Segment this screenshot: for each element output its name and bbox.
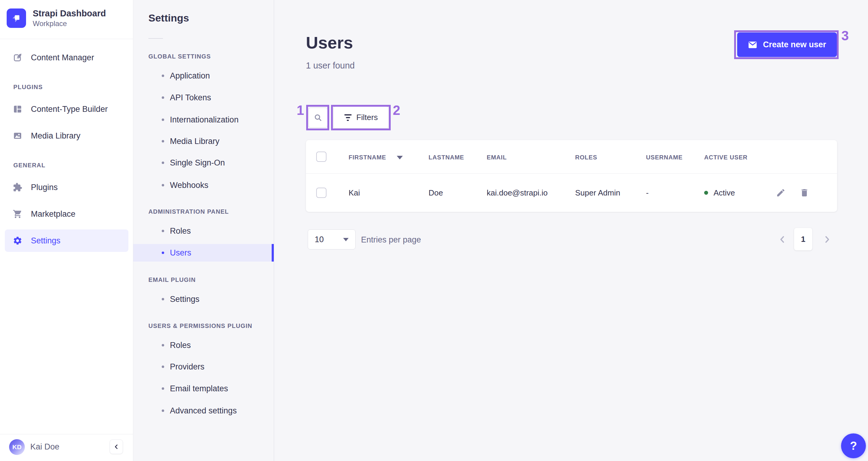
page-subtitle: 1 user found [306,61,355,70]
subnav-item-single-sign-on[interactable]: Single Sign-On [133,154,274,172]
bullet-icon [162,344,164,346]
column-header-roles[interactable]: ROLES [575,154,597,161]
help-button[interactable]: ? [841,433,866,458]
edit-user-button[interactable] [776,188,786,198]
sidebar-item-label: Settings [31,236,61,246]
column-header-lastname[interactable]: LASTNAME [429,154,464,161]
subnav-item-internationalization[interactable]: Internationalization [133,111,274,128]
sidebar-footer-divider [0,434,133,434]
workspace-title: Strapi Dashboard [33,8,106,19]
subnav-title: Settings [148,12,189,24]
collapse-sidebar-button[interactable] [110,439,123,454]
sidebar-item-label: Media Library [31,131,81,141]
search-button[interactable] [308,108,328,127]
chevron-down-icon [343,238,349,241]
subnav-item-application[interactable]: Application [133,67,274,85]
previous-page-button[interactable] [777,233,789,246]
sidebar-section-plugins: PLUGINS [13,83,43,91]
entries-per-page-label: Entries per page [361,235,421,244]
status-badge: Active [714,188,735,198]
row-checkbox[interactable] [316,188,327,198]
users-table: FIRSTNAME LASTNAME EMAIL ROLES USERNAME … [306,140,837,212]
sidebar-item-media-library[interactable]: Media Library [0,126,133,145]
sort-descending-icon[interactable] [397,156,403,160]
media-library-icon [13,131,23,141]
create-new-user-button[interactable]: Create new user [737,32,837,57]
cell-firstname: Kai [349,188,360,198]
column-header-active-user[interactable]: ACTIVE USER [704,154,747,161]
sidebar-item-label: Content Manager [31,53,94,62]
table-row[interactable]: Kai Doe kai.doe@strapi.io Super Admin - … [306,174,837,212]
bullet-icon [162,409,164,412]
sidebar-item-label: Content-Type Builder [31,105,108,114]
entries-per-page-select[interactable]: 10 [308,229,355,250]
subnav-item-up-roles[interactable]: Roles [133,337,274,354]
subnav-item-providers[interactable]: Providers [133,358,274,376]
sidebar-item-content-manager[interactable]: Content Manager [0,48,133,67]
user-avatar[interactable]: KD [9,439,25,455]
filters-button[interactable]: Filters [333,106,389,128]
bullet-icon [162,252,164,254]
subnav-section-email-plugin: EMAIL PLUGIN [148,276,196,284]
content-type-builder-icon [13,104,23,114]
sidebar-item-label: Marketplace [31,209,75,219]
plugins-icon [13,182,23,192]
settings-subnav: Settings GLOBAL SETTINGS Application API… [133,0,274,461]
bullet-icon [162,75,164,77]
bullet-icon [162,140,164,142]
strapi-logo-icon [7,8,26,28]
bullet-icon [162,298,164,300]
page-number-1[interactable]: 1 [794,228,812,250]
column-header-firstname[interactable]: FIRSTNAME [349,154,386,161]
filters-label: Filters [356,113,378,122]
table-header-row: FIRSTNAME LASTNAME EMAIL ROLES USERNAME … [306,140,837,173]
bullet-icon [162,184,164,186]
subnav-item-email-settings[interactable]: Settings [133,290,274,308]
filter-icon [344,114,352,121]
page-title: Users [306,33,353,52]
cell-email: kai.doe@strapi.io [487,188,548,198]
sidebar-item-marketplace[interactable]: Marketplace [0,204,133,224]
search-icon [313,113,322,122]
workspace-subtitle: Workplace [33,19,106,28]
sidebar-item-plugins[interactable]: Plugins [0,178,133,197]
next-page-button[interactable] [822,233,834,246]
active-status-dot [704,191,708,195]
bullet-icon [162,230,164,232]
settings-gear-icon [13,236,23,246]
cell-username: - [646,188,649,198]
subnav-item-media-library[interactable]: Media Library [133,133,274,150]
bullet-icon [162,96,164,99]
sidebar-item-content-type-builder[interactable]: Content-Type Builder [0,99,133,119]
subnav-item-admin-users[interactable]: Users [133,244,274,262]
column-header-email[interactable]: EMAIL [487,154,507,161]
create-new-user-label: Create new user [763,40,826,49]
subnav-item-admin-roles[interactable]: Roles [133,222,274,240]
sidebar-item-label: Plugins [31,183,58,192]
sidebar-item-settings[interactable]: Settings [5,229,128,252]
user-name: Kai Doe [30,442,59,452]
cell-roles: Super Admin [575,188,620,198]
main-navigation: Strapi Dashboard Workplace Content Manag… [0,0,133,461]
subnav-section-global-settings: GLOBAL SETTINGS [148,52,211,61]
cell-active-user: Active [704,188,735,198]
subnav-divider [148,38,163,39]
marketplace-icon [13,209,23,219]
envelope-icon [748,40,757,50]
workspace-switcher[interactable]: Strapi Dashboard Workplace [7,8,106,28]
chevron-left-icon [112,443,120,451]
subnav-item-email-templates[interactable]: Email templates [133,380,274,397]
subnav-item-api-tokens[interactable]: API Tokens [133,89,274,106]
subnav-item-advanced-settings[interactable]: Advanced settings [133,402,274,420]
subnav-section-administration-panel: ADMINISTRATION PANEL [148,207,229,216]
select-all-checkbox[interactable] [316,151,327,162]
bullet-icon [162,387,164,390]
subnav-item-webhooks[interactable]: Webhooks [133,176,274,194]
main-content: Users 1 user found Create new user Filte… [274,0,868,461]
cell-lastname: Doe [429,188,443,198]
entries-per-page-value: 10 [315,235,324,244]
delete-user-button[interactable] [800,188,810,198]
column-header-username[interactable]: USERNAME [646,154,683,161]
content-manager-icon [13,53,23,62]
subnav-section-users-permissions-plugin: USERS & PERMISSIONS PLUGIN [148,322,252,330]
